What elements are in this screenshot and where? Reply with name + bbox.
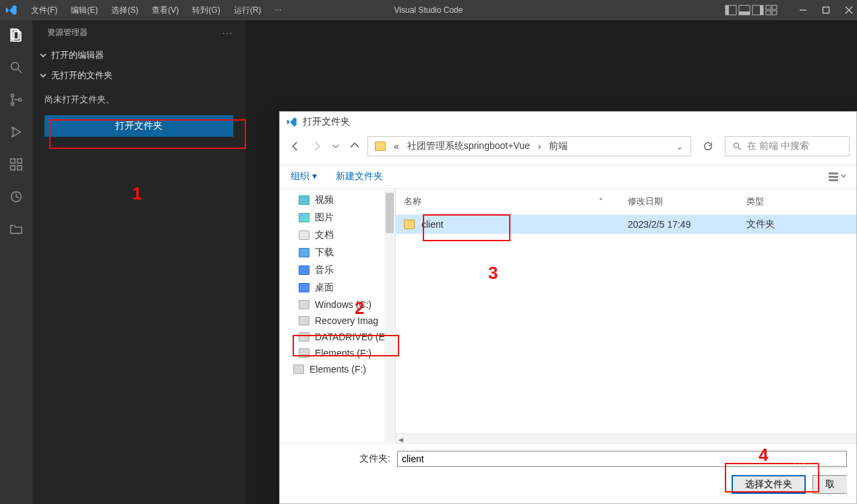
menu-view[interactable]: 查看(V) <box>146 2 184 19</box>
menu-select[interactable]: 选择(S) <box>106 2 144 19</box>
breadcrumb-sep: « <box>394 141 399 152</box>
svg-point-16 <box>11 63 19 70</box>
svg-point-20 <box>18 98 21 101</box>
window-title: Visual Studio Code <box>394 5 463 15</box>
music-icon <box>299 265 309 275</box>
cancel-button[interactable]: 取 <box>812 475 847 494</box>
breadcrumb-dropdown-icon[interactable]: ⌄ <box>676 141 684 152</box>
breadcrumb-p2[interactable]: 前端 <box>549 140 568 152</box>
dialog-title: 打开文件夹 <box>303 116 350 128</box>
chevron-down-icon <box>39 51 47 59</box>
tree-scrollbar[interactable] <box>384 190 395 442</box>
svg-rect-11 <box>823 7 829 13</box>
sidebar: 资源管理器 ··· 打开的编辑器 无打开的文件夹 尚未打开文件夹。 打开文件夹 <box>32 20 245 504</box>
recent-dropdown-icon[interactable] <box>332 143 339 150</box>
breadcrumb[interactable]: « 社团管理系统springboot+Vue › 前端 ⌄ <box>367 136 691 156</box>
tree-item[interactable]: DATADRIVE0 (E <box>280 329 395 345</box>
svg-rect-1 <box>726 5 729 15</box>
open-folder-button[interactable]: 打开文件夹 <box>45 115 233 137</box>
history-icon[interactable] <box>7 187 26 206</box>
section-open-editors[interactable]: 打开的编辑器 <box>32 45 245 65</box>
back-icon[interactable] <box>289 140 301 152</box>
scroll-left-icon[interactable]: ◂ <box>398 434 407 442</box>
layout-left-icon[interactable] <box>725 5 737 15</box>
section-no-folder[interactable]: 无打开的文件夹 <box>32 65 245 86</box>
breadcrumb-p1[interactable]: 社团管理系统springboot+Vue <box>407 140 530 152</box>
folder-icon[interactable] <box>7 220 26 239</box>
col-type[interactable]: 类型 <box>738 193 856 210</box>
search-icon[interactable] <box>7 58 26 77</box>
menu-bar: 文件(F) 编辑(E) 选择(S) 查看(V) 转到(G) 运行(R) ··· <box>26 2 287 19</box>
col-date[interactable]: 修改日期 <box>620 193 738 210</box>
svg-rect-22 <box>11 159 15 163</box>
tree-item-label: 音乐 <box>315 264 334 276</box>
svg-point-27 <box>734 143 738 148</box>
tree-item-label: 图片 <box>315 212 334 224</box>
search-placeholder: 在 前端 中搜索 <box>747 140 809 152</box>
svg-rect-5 <box>760 5 763 15</box>
svg-rect-25 <box>18 159 22 163</box>
menu-file[interactable]: 文件(F) <box>26 2 63 19</box>
tree-item[interactable]: Elements (F:) <box>280 345 395 361</box>
folder-input[interactable] <box>397 451 847 467</box>
tree-item[interactable]: 桌面 <box>280 279 395 296</box>
source-control-icon[interactable] <box>7 90 26 109</box>
svg-rect-3 <box>739 11 750 15</box>
drive-icon <box>293 365 304 374</box>
organize-button[interactable]: 组织 ▾ <box>291 170 317 183</box>
drive-icon <box>299 316 309 325</box>
newfolder-button[interactable]: 新建文件夹 <box>336 170 383 183</box>
explorer-icon[interactable] <box>7 26 26 44</box>
minimize-icon[interactable] <box>799 6 807 14</box>
extensions-icon[interactable] <box>7 155 26 174</box>
menu-go[interactable]: 转到(G) <box>187 2 225 19</box>
tree-item-label: 下载 <box>315 247 334 259</box>
titlebar: 文件(F) 编辑(E) 选择(S) 查看(V) 转到(G) 运行(R) ··· … <box>0 0 857 20</box>
drive-icon <box>299 348 309 358</box>
tree-item[interactable]: Windows (C:) <box>280 296 395 313</box>
tree-item[interactable]: 图片 <box>280 209 395 226</box>
tree-item-label: Recovery Imag <box>315 315 378 326</box>
refresh-button[interactable] <box>698 136 718 156</box>
tree-item[interactable]: Recovery Imag <box>280 313 395 329</box>
tree-item[interactable]: 文档 <box>280 226 395 244</box>
forward-icon[interactable] <box>311 140 323 152</box>
vscode-logo-icon <box>287 117 297 127</box>
up-icon[interactable] <box>349 140 361 152</box>
file-name: client <box>421 219 444 230</box>
tree-item[interactable]: 视频 <box>280 191 395 209</box>
close-icon[interactable] <box>845 6 853 14</box>
layout-bottom-icon[interactable] <box>738 5 750 15</box>
menu-more[interactable]: ··· <box>269 2 287 19</box>
menu-run[interactable]: 运行(R) <box>229 2 267 19</box>
layout-grid-icon[interactable] <box>765 5 777 15</box>
tree-item-label: 文档 <box>315 229 334 241</box>
select-folder-button[interactable]: 选择文件夹 <box>732 475 806 494</box>
svg-marker-21 <box>13 128 20 137</box>
col-name[interactable]: 名称˄ <box>396 193 620 210</box>
svg-rect-29 <box>829 172 838 175</box>
doc-icon <box>299 230 309 240</box>
menu-edit[interactable]: 编辑(E) <box>65 2 103 19</box>
dl-icon <box>299 248 309 257</box>
breadcrumb-chevron-icon: › <box>538 141 541 152</box>
vid-icon <box>299 195 309 205</box>
maximize-icon[interactable] <box>822 6 830 14</box>
tree-item[interactable]: 音乐 <box>280 261 395 279</box>
dialog-search[interactable]: 在 前端 中搜索 <box>725 136 850 156</box>
debug-icon[interactable] <box>7 123 26 141</box>
horizontal-scrollbar[interactable]: ◂ <box>396 433 856 443</box>
vscode-logo-icon <box>5 4 18 16</box>
nav-tree[interactable]: 视频图片文档下载音乐桌面Windows (C:)Recovery ImagDAT… <box>280 189 396 443</box>
section-no-folder-label: 无打开的文件夹 <box>51 69 113 82</box>
tree-item[interactable]: 下载 <box>280 244 395 261</box>
tree-item[interactable]: Elements (F:) <box>280 361 395 377</box>
file-row[interactable]: client2023/2/5 17:49文件夹 <box>396 215 856 234</box>
view-options-icon[interactable] <box>828 170 846 183</box>
layout-right-icon[interactable] <box>752 5 764 15</box>
watermark: CSDN @Dwzun <box>792 462 845 470</box>
tree-item-label: Windows (C:) <box>315 299 372 310</box>
more-icon[interactable]: ··· <box>223 28 233 38</box>
svg-rect-31 <box>829 179 838 181</box>
drive-icon <box>299 332 309 342</box>
